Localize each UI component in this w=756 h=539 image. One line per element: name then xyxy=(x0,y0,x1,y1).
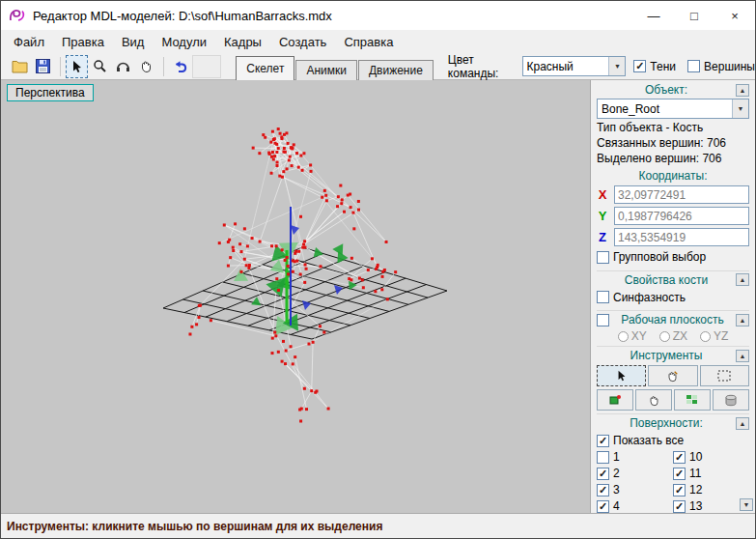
drag-tool[interactable] xyxy=(635,389,672,411)
workplane-radio-group: XYZXYZ xyxy=(597,329,749,343)
tools-collapse-button[interactable]: ▲ xyxy=(736,350,749,362)
menu-item-4[interactable]: Модули xyxy=(153,32,215,52)
vertices-checkbox[interactable]: Вершины xyxy=(687,60,755,73)
close-button[interactable]: × xyxy=(714,1,755,30)
dropdown-arrow-icon[interactable]: ▼ xyxy=(732,99,748,118)
surface-checkbox-13[interactable]: ✓13 xyxy=(673,499,749,514)
workplane-section-header: Рабочая плоскость ▲ xyxy=(597,310,749,326)
weld-tool[interactable] xyxy=(597,389,633,411)
bone-collapse-button[interactable]: ▲ xyxy=(736,273,749,286)
y-coordinate-row: Y xyxy=(597,207,749,225)
radio-label: ZX xyxy=(673,329,687,343)
shadows-checkbox[interactable]: ✓ Тени xyxy=(633,60,676,73)
marquee-select-tool[interactable] xyxy=(700,365,749,386)
object-type-text: Тип объекта - Кость xyxy=(597,121,749,134)
surface-checkbox-10[interactable]: ✓10 xyxy=(673,450,749,465)
z-coordinate-input[interactable] xyxy=(614,228,749,246)
snap-tool[interactable] xyxy=(674,389,711,411)
open-button[interactable] xyxy=(9,55,31,78)
surface-checkbox-1[interactable]: 1 xyxy=(597,450,673,465)
checkbox-box: ✓ xyxy=(597,500,609,513)
save-button[interactable] xyxy=(32,55,54,78)
workplane-header-label: Рабочая плоскость xyxy=(609,313,736,326)
linked-vertices-text: Связанных вершин: 706 xyxy=(597,136,749,150)
window-title: Редактор MDL-моделей: D:\sof\HumanBarrac… xyxy=(33,9,633,23)
surfaces-scroll-down-button[interactable]: ▼ xyxy=(740,498,753,511)
workplane-radio-xy[interactable]: XY xyxy=(618,329,647,343)
tab-movement[interactable]: Движение xyxy=(358,60,434,80)
bone-section-header: Свойства кости ▲ xyxy=(597,270,749,287)
select-tool-button[interactable] xyxy=(66,55,88,78)
sync-label: Синфазность xyxy=(613,291,686,304)
menu-item-2[interactable]: Правка xyxy=(53,32,113,52)
surface-checkbox-3[interactable]: ✓3 xyxy=(597,483,673,497)
y-axis-label: Y xyxy=(597,209,608,223)
surface-checkbox-11[interactable]: ✓11 xyxy=(673,467,749,481)
object-section-header: Объект: ▲ xyxy=(597,82,749,97)
group-select-checkbox[interactable]: Групповой выбор xyxy=(597,250,706,264)
sync-checkbox[interactable]: Синфазность xyxy=(597,291,686,304)
show-all-checkbox[interactable]: ✓ Показать все xyxy=(597,434,684,447)
surface-label: 2 xyxy=(613,467,620,480)
save-icon xyxy=(36,59,50,73)
z-coordinate-row: Z xyxy=(597,228,749,246)
extrude-tool[interactable] xyxy=(713,389,749,411)
menu-item-7[interactable]: Справка xyxy=(335,32,402,52)
workplane-radio-zx[interactable]: ZX xyxy=(659,329,687,343)
surface-label: 13 xyxy=(689,499,702,513)
workplane-collapse-button[interactable]: ▲ xyxy=(736,314,749,326)
tab-anims[interactable]: Анимки xyxy=(295,60,357,80)
group-select-label: Групповой выбор xyxy=(613,250,706,264)
surface-checkbox-12[interactable]: ✓12 xyxy=(673,483,749,497)
pan-tool-button[interactable] xyxy=(135,55,157,78)
title-bar: Редактор MDL-моделей: D:\sof\HumanBarrac… xyxy=(1,1,755,30)
model-wireframe xyxy=(1,80,592,513)
checkbox-box xyxy=(597,451,609,464)
menu-item-5[interactable]: Кадры xyxy=(215,32,270,52)
menu-item-6[interactable]: Создать xyxy=(270,32,335,52)
surfaces-collapse-button[interactable]: ▲ xyxy=(736,417,749,430)
tab-skeleton[interactable]: Скелет xyxy=(236,56,294,80)
zoom-tool-button[interactable] xyxy=(89,55,111,78)
surface-checkbox-2[interactable]: ✓2 xyxy=(597,467,673,481)
status-bar: Инструменты: кликните мышью по вершинам … xyxy=(1,513,755,538)
hand-edit-icon xyxy=(666,370,679,383)
surfaces-section-header: Поверхности: ▲ xyxy=(597,413,749,430)
vertex-move-tool[interactable] xyxy=(648,365,697,386)
object-collapse-button[interactable]: ▲ xyxy=(736,84,749,97)
x-coordinate-row: X xyxy=(597,185,749,204)
weld-icon xyxy=(608,394,622,406)
team-color-select[interactable]: Красный ▼ xyxy=(522,56,627,76)
hand-icon xyxy=(139,59,154,73)
viewport-3d[interactable]: Перспектива xyxy=(1,80,592,513)
menu-item-1[interactable]: Файл xyxy=(5,32,53,52)
menu-item-3[interactable]: Вид xyxy=(113,32,154,52)
radio-label: YZ xyxy=(714,329,728,343)
team-color-label: Цвет команды: xyxy=(448,53,518,80)
x-axis-label: X xyxy=(597,187,608,202)
radio-dot-icon xyxy=(618,331,629,342)
maximize-button[interactable]: □ xyxy=(674,1,714,30)
dropdown-arrow-icon[interactable]: ▼ xyxy=(608,57,625,75)
surface-label: 12 xyxy=(689,483,702,496)
x-coordinate-input[interactable] xyxy=(614,185,749,204)
perspective-button[interactable]: Перспектива xyxy=(7,84,94,101)
mode-tabs: СкелетАнимкиДвижение xyxy=(236,53,434,80)
workplane-checkbox[interactable] xyxy=(597,314,609,326)
checkbox-box: ✓ xyxy=(673,451,686,464)
toolbar-separator xyxy=(163,57,164,76)
surface-label: 4 xyxy=(613,499,620,513)
workplane-radio-yz[interactable]: YZ xyxy=(700,329,728,343)
undo-button[interactable] xyxy=(169,55,191,78)
vertex-select-tool[interactable] xyxy=(597,365,646,386)
checkbox-box: ✓ xyxy=(633,60,646,72)
rotate-view-button[interactable] xyxy=(112,55,134,78)
object-select-value: Bone_Root xyxy=(602,102,659,116)
y-coordinate-input[interactable] xyxy=(614,207,749,225)
object-header-label: Объект: xyxy=(597,83,736,97)
checkbox-box xyxy=(687,60,700,72)
minimize-button[interactable]: — xyxy=(633,1,674,30)
surface-checkbox-4[interactable]: ✓4 xyxy=(597,499,673,514)
object-select[interactable]: Bone_Root ▼ xyxy=(597,99,749,119)
redo-button[interactable] xyxy=(192,55,221,78)
